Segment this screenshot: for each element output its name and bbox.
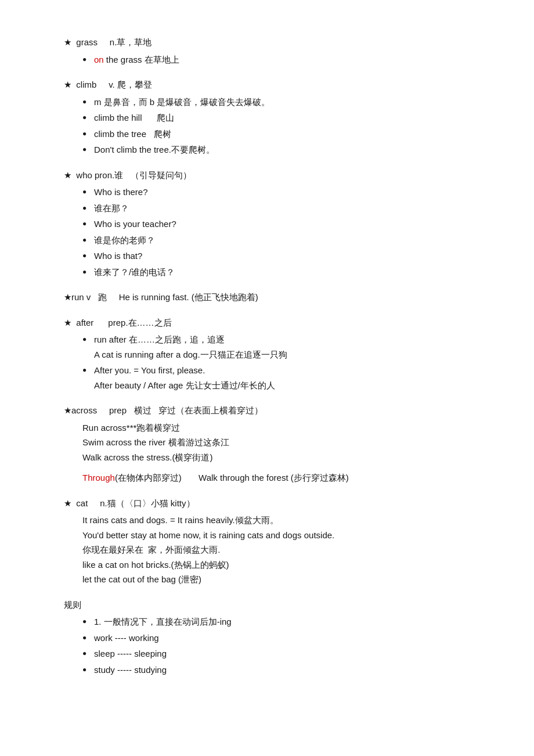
list-item: 谁来了？/谁的电话？ <box>82 265 476 280</box>
section-who: ★ who pron.谁 （引导疑问句） Who is there? 谁在那？ … <box>64 168 476 280</box>
list-item: Walk across the stress.(横穿街道) <box>82 450 476 465</box>
after-bullets: run after 在……之后跑，追，追逐 A cat is running a… <box>82 332 476 393</box>
section-across: ★across prep 横过 穿过（在表面上横着穿过） Run across*… <box>64 403 476 485</box>
grass-title: ★ grass n.草，草地 <box>64 35 476 50</box>
run-title: ★run v 跑 He is running fast. (他正飞快地跑着) <box>64 290 476 305</box>
list-item: sleep ----- sleeping <box>82 646 476 661</box>
section-grass: ★ grass n.草，草地 on the grass 在草地上 <box>64 35 476 67</box>
list-item: like a cat on hot bricks.(热锅上的蚂蚁) <box>82 557 476 573</box>
list-item: You'd better stay at home now, it is rai… <box>82 528 476 543</box>
section-after: ★ after prep.在……之后 run after 在……之后跑，追，追逐… <box>64 315 476 393</box>
list-item: work ---- working <box>82 631 476 646</box>
across-examples: Run across***跑着横穿过 Swim across the river… <box>82 420 476 465</box>
main-content: ★ grass n.草，草地 on the grass 在草地上 ★ climb… <box>64 35 476 677</box>
list-item: run after 在……之后跑，追，追逐 A cat is running a… <box>82 332 476 362</box>
sub-text: A cat is running after a dog.一只猫正在追逐一只狗 <box>94 347 476 362</box>
who-title: ★ who pron.谁 （引导疑问句） <box>64 168 476 183</box>
rules-bullets: 1. 一般情况下，直接在动词后加-ing work ---- working s… <box>82 614 476 677</box>
section-run: ★run v 跑 He is running fast. (他正飞快地跑着) <box>64 290 476 305</box>
list-item: Don't climb the tree.不要爬树。 <box>82 142 476 157</box>
list-item: Swim across the river 横着游过这条江 <box>82 435 476 450</box>
list-item: 谁是你的老师？ <box>82 233 476 248</box>
list-item: let the cat out of the bag (泄密) <box>82 572 476 587</box>
list-item: 你现在最好呆在 家，外面倾盆大雨. <box>82 542 476 557</box>
list-item: on the grass 在草地上 <box>82 52 476 67</box>
climb-bullets: m 是鼻音，而 b 是爆破音，爆破音失去爆破。 climb the hill 爬… <box>82 95 476 157</box>
section-rules: 规则 1. 一般情况下，直接在动词后加-ing work ---- workin… <box>64 597 476 678</box>
list-item: 1. 一般情况下，直接在动词后加-ing <box>82 614 476 629</box>
list-item: After you. = You first, please. After be… <box>82 363 476 393</box>
list-item: Who is there? <box>82 185 476 200</box>
rules-title: 规则 <box>64 597 476 613</box>
across-title: ★across prep 横过 穿过（在表面上横着穿过） <box>64 403 476 418</box>
list-item: 谁在那？ <box>82 201 476 216</box>
list-item: Who is your teacher? <box>82 217 476 232</box>
sub-text: After beauty / After age 先让女士通过/年长的人 <box>94 378 476 393</box>
list-item: Who is that? <box>82 249 476 264</box>
cat-title: ★ cat n.猫（〈口〉小猫 kitty） <box>64 496 476 511</box>
through-highlight: Through <box>82 473 115 483</box>
section-cat: ★ cat n.猫（〈口〉小猫 kitty） It rains cats and… <box>64 496 476 587</box>
who-bullets: Who is there? 谁在那？ Who is your teacher? … <box>82 185 476 279</box>
list-item: study ----- studying <box>82 663 476 678</box>
through-entry: Through(在物体内部穿过) Walk through the forest… <box>82 470 476 485</box>
after-title: ★ after prep.在……之后 <box>64 315 476 330</box>
list-item: climb the hill 爬山 <box>82 110 476 125</box>
list-item: It rains cats and dogs. = It rains heavi… <box>82 513 476 528</box>
highlight-on: on <box>94 55 104 64</box>
list-item: m 是鼻音，而 b 是爆破音，爆破音失去爆破。 <box>82 95 476 110</box>
grass-bullets: on the grass 在草地上 <box>82 52 476 67</box>
section-climb: ★ climb v. 爬，攀登 m 是鼻音，而 b 是爆破音，爆破音失去爆破。 … <box>64 77 476 157</box>
list-item: climb the tree 爬树 <box>82 127 476 142</box>
list-item: Run across***跑着横穿过 <box>82 420 476 435</box>
climb-title: ★ climb v. 爬，攀登 <box>64 77 476 92</box>
cat-examples: It rains cats and dogs. = It rains heavi… <box>82 513 476 587</box>
